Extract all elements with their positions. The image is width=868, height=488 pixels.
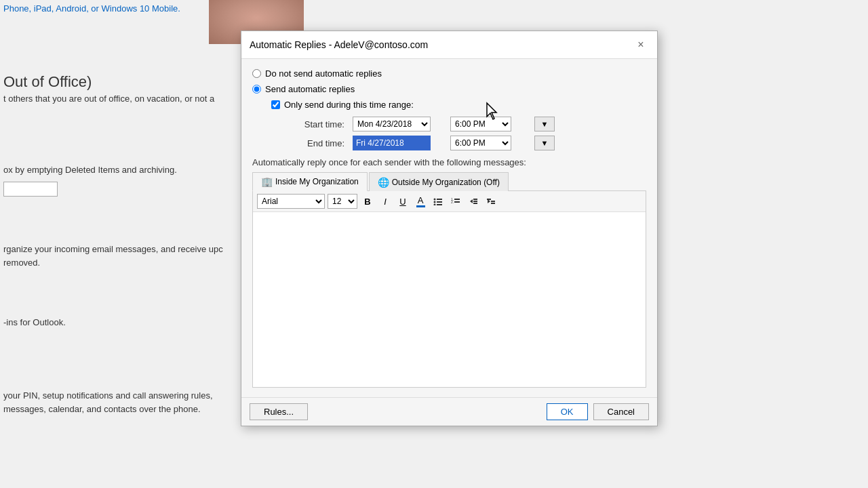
bg-heading: Out of Office): [3, 73, 92, 91]
message-instruction: Automatically reply once for each sender…: [252, 157, 646, 167]
svg-rect-1: [437, 199, 442, 200]
ok-button[interactable]: OK: [547, 403, 588, 420]
svg-rect-15: [487, 199, 491, 200]
start-time-select[interactable]: 6:00 PM: [450, 117, 511, 131]
svg-point-2: [434, 201, 436, 203]
svg-point-4: [434, 204, 436, 206]
tab-inside-organization[interactable]: 🏢 Inside My Organization: [252, 172, 368, 191]
bg-line1: Phone, iPad, Android, or Windows 10 Mobi…: [3, 3, 180, 14]
svg-rect-3: [437, 201, 442, 203]
time-range-checkbox[interactable]: [271, 100, 280, 109]
svg-text:2.: 2.: [451, 200, 454, 204]
svg-rect-5: [437, 204, 442, 205]
bg-text6: -ins for Outlook.: [3, 317, 66, 327]
decrease-indent-button[interactable]: [466, 194, 481, 209]
dialog-title: Automatic Replies - AdeleV@contoso.com: [250, 39, 428, 50]
bullet-list-button[interactable]: [431, 194, 446, 209]
dialog-titlebar: Automatic Replies - AdeleV@contoso.com ×: [241, 31, 657, 59]
dialog-body: Do not send automatic replies Send autom…: [241, 59, 657, 397]
time-range-label[interactable]: Only send during this time range:: [284, 100, 414, 110]
svg-rect-7: [454, 199, 460, 200]
font-size-select[interactable]: 12: [328, 194, 357, 209]
end-calendar-button[interactable]: ▼: [534, 136, 555, 150]
start-time-row: Start time: Mon 4/23/2018 6:00 PM ▼: [282, 117, 646, 131]
end-time-row: End time: Fri 4/27/2018 6:00 PM ▼: [282, 136, 646, 150]
bg-text8: messages, calendar, and contacts over th…: [3, 404, 201, 414]
svg-point-0: [434, 199, 436, 201]
increase-indent-icon: [486, 197, 496, 205]
editor-area: Arial 12 B I U A: [252, 191, 646, 388]
message-editor[interactable]: [253, 212, 646, 387]
decrease-indent-icon: [469, 197, 478, 205]
tab-outside-organization[interactable]: 🌐 Outside My Organization (Off): [369, 172, 509, 191]
footer-buttons: OK Cancel: [547, 403, 649, 420]
format-toolbar: Arial 12 B I U A: [253, 191, 646, 212]
send-reply-label[interactable]: Send automatic replies: [265, 84, 355, 94]
send-reply-radio[interactable]: [252, 85, 261, 94]
font-family-select[interactable]: Arial: [257, 194, 325, 209]
close-button[interactable]: ×: [633, 37, 649, 53]
bg-text7: your PIN, setup notifications and call a…: [3, 390, 213, 401]
no-reply-row: Do not send automatic replies: [252, 68, 646, 79]
outside-org-icon: 🌐: [378, 177, 389, 188]
svg-marker-10: [470, 199, 473, 203]
cancel-button[interactable]: Cancel: [593, 403, 649, 420]
send-reply-row: Send automatic replies: [252, 84, 646, 94]
no-reply-radio[interactable]: [252, 69, 261, 78]
svg-rect-11: [473, 199, 477, 200]
automatic-replies-dialog: Automatic Replies - AdeleV@contoso.com ×…: [241, 30, 658, 426]
rules-button[interactable]: Rules...: [250, 403, 308, 420]
bg-text4: rganize your incoming email messages, an…: [3, 244, 223, 254]
svg-rect-17: [491, 203, 495, 204]
end-time-label: End time:: [282, 138, 350, 148]
italic-button[interactable]: I: [378, 194, 393, 209]
numbered-list-button[interactable]: 1. 2.: [448, 194, 463, 209]
svg-rect-12: [473, 201, 477, 202]
svg-rect-9: [454, 201, 460, 203]
underline-button[interactable]: U: [395, 194, 410, 209]
start-calendar-button[interactable]: ▼: [534, 117, 555, 131]
numbered-list-icon: 1. 2.: [451, 197, 460, 205]
start-time-label: Start time:: [282, 119, 350, 129]
reply-tabs: 🏢 Inside My Organization 🌐 Outside My Or…: [252, 171, 646, 191]
bg-text3: ox by emptying Deleted Items and archivi…: [3, 165, 177, 175]
dialog-footer: Rules... OK Cancel: [241, 397, 657, 426]
bg-text5: removed.: [3, 258, 40, 268]
time-range-row: Only send during this time range:: [271, 100, 646, 110]
font-color-indicator: [416, 205, 425, 207]
tab-inside-label: Inside My Organization: [275, 177, 359, 186]
no-reply-label[interactable]: Do not send automatic replies: [265, 68, 382, 79]
inside-org-icon: 🏢: [261, 176, 273, 187]
end-date-display: Fri 4/27/2018: [353, 136, 431, 150]
start-date-select[interactable]: Mon 4/23/2018: [353, 117, 431, 131]
increase-indent-button[interactable]: [484, 194, 498, 209]
svg-rect-13: [473, 203, 477, 204]
svg-rect-16: [491, 201, 495, 202]
bg-input: [3, 182, 58, 197]
font-color-button[interactable]: A: [413, 194, 428, 209]
tab-outside-label: Outside My Organization (Off): [392, 178, 500, 187]
bullet-list-icon: [433, 197, 443, 205]
end-time-select[interactable]: 6:00 PM: [450, 136, 511, 150]
bold-button[interactable]: B: [360, 194, 375, 209]
bg-text2: t others that you are out of office, on …: [3, 94, 214, 104]
